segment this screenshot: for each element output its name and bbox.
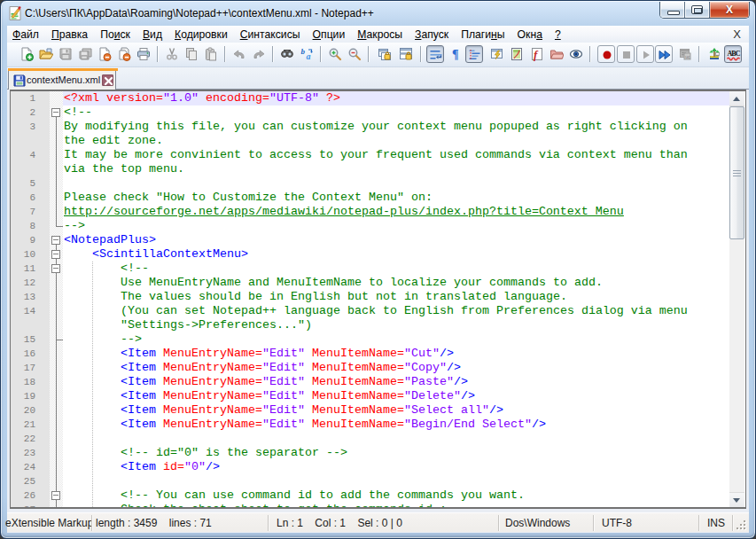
toolbar-sync-horizontal-button[interactable] — [397, 45, 415, 63]
line-number: 21 — [11, 418, 35, 432]
close-document-x[interactable]: X — [733, 27, 741, 41]
fold-collapse-box[interactable] — [51, 491, 60, 500]
toolbar-macro-record-button[interactable] — [597, 45, 615, 63]
text-area[interactable]: <?xml version="1.0" encoding="UTF-8" ?><… — [63, 91, 729, 507]
toolbar-macro-run-multiple-button[interactable] — [655, 45, 673, 63]
scroll-up-button[interactable] — [729, 91, 744, 106]
fold-marker-line — [50, 347, 63, 361]
toolbar-copy-button[interactable] — [183, 45, 200, 63]
toolbar-undo-button[interactable] — [230, 45, 248, 63]
menu-поиск[interactable]: Поиск — [94, 28, 136, 41]
toolbar-save-button[interactable] — [57, 45, 74, 63]
fold-marker-boxstart[interactable] — [50, 233, 63, 247]
code-line: <Item MenuEntryName="Edit" MenuItemName=… — [63, 347, 729, 361]
toolbar-save-all-button[interactable] — [76, 45, 94, 63]
menu-синтаксисы[interactable]: Синтаксисы — [234, 28, 307, 41]
fold-line — [56, 389, 57, 403]
toolbar-indent-guide-button[interactable] — [465, 45, 483, 63]
title-bar[interactable]: C:\Users\ПК\AppData\Roaming\Notepad++\co… — [1, 1, 756, 27]
toolbar-spell-check-abc-button[interactable]: ABC — [724, 45, 742, 63]
toolbar-monitoring-button[interactable] — [567, 45, 585, 63]
toolbar-close-file-button[interactable] — [96, 45, 113, 63]
toolbar-user-dialog-button[interactable] — [488, 45, 506, 63]
toolbar-cut-button[interactable] — [163, 45, 181, 63]
toolbar-zoom-in-button[interactable] — [326, 45, 344, 63]
fold-collapse-box[interactable] — [51, 250, 60, 259]
fold-line — [56, 418, 57, 432]
menu-опции[interactable]: Опции — [307, 28, 352, 41]
code-segment: MenuEntryName= — [163, 389, 262, 402]
menu-правка[interactable]: Правка — [45, 28, 94, 41]
fold-marker-tee — [50, 332, 63, 347]
fold-marker-box[interactable] — [50, 488, 63, 503]
menu-макросы[interactable]: Макросы — [351, 28, 409, 41]
menu-плагины[interactable]: Плагины — [455, 28, 510, 41]
toolbar-show-all-characters-button[interactable]: ¶ — [448, 45, 465, 63]
toolbar-replace-button[interactable]: ba — [298, 45, 316, 63]
svg-text:ABC: ABC — [728, 50, 741, 58]
vertical-scrollbar[interactable] — [729, 91, 744, 507]
resize-grip[interactable] — [734, 518, 745, 529]
fold-marker-line — [50, 120, 63, 134]
menu-файл[interactable]: Файл — [6, 28, 45, 41]
toolbar-paste-button[interactable] — [202, 45, 220, 63]
fold-collapse-box[interactable] — [51, 236, 60, 245]
toolbar-find-button[interactable] — [278, 45, 296, 63]
fold-marker-box[interactable] — [50, 247, 63, 262]
code-line: The values should be in English but not … — [63, 290, 729, 304]
toolbar-function-list-button[interactable]: f — [528, 45, 546, 63]
caption-buttons: X — [659, 2, 750, 19]
toolbar-sync-vertical-button[interactable] — [376, 45, 394, 63]
fold-margin[interactable] — [50, 91, 63, 507]
minimize-button[interactable] — [660, 2, 685, 18]
line-number: 6 — [11, 191, 35, 205]
menu-кодировки[interactable]: Кодировки — [168, 28, 234, 41]
menu-?[interactable]: ? — [549, 28, 567, 41]
toolbar-macro-save-button[interactable]: uc — [676, 45, 694, 63]
code-line: It may be more convinient to access to y… — [63, 148, 729, 162]
fold-line — [56, 148, 57, 162]
scroll-down-button[interactable] — [729, 492, 744, 507]
toolbar-plugin-tree-button[interactable] — [705, 45, 723, 63]
fold-marker-line — [50, 389, 63, 403]
toolbar-document-map-button[interactable] — [508, 45, 526, 63]
tab-contextmenu-xml[interactable]: contextMenu.xml — [8, 68, 116, 90]
toolbar-macro-stop-button[interactable] — [617, 45, 635, 63]
close-button[interactable]: X — [710, 2, 749, 18]
maximize-button[interactable] — [685, 2, 710, 18]
toolbar-word-wrap-button[interactable] — [426, 45, 444, 63]
menu-запуск[interactable]: Запуск — [409, 28, 455, 41]
code-line: --> — [63, 332, 729, 347]
toolbar-open-file-button[interactable] — [37, 45, 55, 63]
scrollbar-thumb[interactable] — [729, 106, 744, 239]
menu-вид[interactable]: Вид — [136, 28, 168, 41]
fold-marker-line — [50, 205, 63, 219]
document-map-icon — [510, 47, 524, 61]
fold-collapse-box[interactable] — [51, 108, 60, 117]
toolbar-close-all-button[interactable] — [115, 45, 133, 63]
tab-close-button[interactable] — [102, 74, 113, 86]
toolbar-zoom-out-button[interactable] — [346, 45, 363, 63]
toolbar-redo-button[interactable] — [250, 45, 268, 63]
fold-collapse-box[interactable] — [51, 264, 60, 273]
function-list-icon: f — [530, 47, 544, 61]
code-segment: "Edit" — [262, 418, 305, 431]
code-line: Please check "How to Customize the Conte… — [63, 191, 729, 205]
line-number: 7 — [11, 205, 35, 219]
status-divider — [498, 515, 499, 531]
code-segment: <Item — [121, 375, 163, 388]
fold-marker-line — [50, 318, 63, 332]
menu-окна[interactable]: Окна — [511, 28, 549, 41]
fold-marker-boxstart[interactable] — [50, 105, 63, 120]
toolbar-separator — [698, 46, 699, 62]
fold-marker-box[interactable] — [50, 262, 63, 276]
macro-save-icon: uc — [678, 47, 692, 61]
toolbar-macro-play-button[interactable] — [636, 45, 654, 63]
code-segment: "Edit" — [262, 347, 305, 360]
toolbar-folder-workspace-button[interactable] — [548, 45, 565, 63]
code-segment: <NotepadPlus> — [64, 233, 156, 246]
code-line: <!-- id="0" is the separator --> — [63, 446, 729, 460]
code-line — [63, 176, 729, 191]
toolbar-print-button[interactable] — [135, 45, 152, 63]
toolbar-new-file-button[interactable] — [18, 45, 35, 63]
